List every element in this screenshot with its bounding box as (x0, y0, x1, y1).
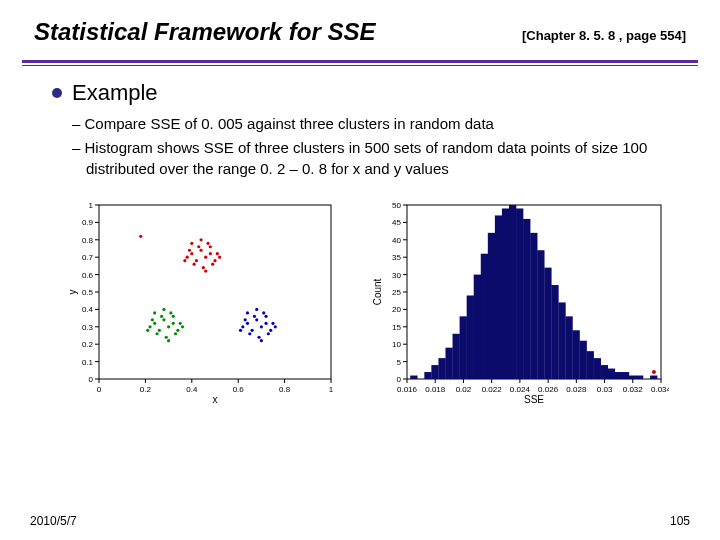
svg-text:30: 30 (392, 270, 401, 279)
svg-rect-157 (516, 208, 523, 379)
svg-point-66 (164, 335, 167, 338)
svg-point-97 (139, 234, 142, 237)
svg-rect-164 (565, 316, 572, 379)
svg-point-76 (171, 315, 174, 318)
svg-rect-173 (628, 375, 635, 378)
svg-point-83 (269, 328, 272, 331)
svg-point-84 (248, 332, 251, 335)
svg-rect-158 (523, 219, 530, 379)
svg-point-92 (273, 325, 276, 328)
svg-point-78 (245, 321, 248, 324)
svg-text:50: 50 (392, 201, 401, 210)
section-heading: Example (72, 80, 158, 106)
svg-text:0.016: 0.016 (396, 385, 417, 394)
svg-rect-161 (544, 267, 551, 378)
svg-text:0.02: 0.02 (455, 385, 471, 394)
svg-text:0.8: 0.8 (279, 385, 291, 394)
svg-point-65 (160, 315, 163, 318)
svg-text:0.4: 0.4 (81, 305, 93, 314)
svg-rect-169 (600, 365, 607, 379)
svg-rect-144 (424, 372, 431, 379)
svg-point-87 (262, 311, 265, 314)
svg-point-80 (255, 318, 258, 321)
svg-text:25: 25 (392, 288, 401, 297)
svg-rect-172 (621, 372, 628, 379)
svg-point-52 (218, 255, 221, 258)
chapter-reference: [Chapter 8. 5. 8 , page 554] (522, 28, 686, 43)
svg-text:0: 0 (88, 375, 93, 384)
svg-point-47 (206, 241, 209, 244)
svg-text:0.2: 0.2 (81, 340, 93, 349)
svg-text:0.5: 0.5 (81, 288, 93, 297)
svg-rect-159 (530, 233, 537, 379)
svg-point-37 (185, 255, 188, 258)
svg-rect-166 (579, 340, 586, 378)
svg-point-38 (190, 252, 193, 255)
svg-text:0.032: 0.032 (622, 385, 643, 394)
svg-rect-154 (494, 215, 501, 379)
svg-point-42 (208, 252, 211, 255)
svg-rect-151 (473, 274, 480, 378)
svg-rect-149 (459, 316, 466, 379)
svg-text:0.034: 0.034 (650, 385, 668, 394)
svg-point-81 (259, 325, 262, 328)
histogram-chart: 0.0160.0180.020.0220.0240.0260.0280.030.… (369, 197, 669, 407)
svg-point-62 (171, 321, 174, 324)
svg-point-79 (250, 328, 253, 331)
footer-page-number: 105 (670, 514, 690, 528)
svg-rect-0 (99, 205, 331, 379)
svg-point-86 (257, 335, 260, 338)
svg-text:1: 1 (88, 201, 93, 210)
svg-point-93 (255, 308, 258, 311)
svg-point-77 (241, 325, 244, 328)
svg-point-72 (180, 325, 183, 328)
svg-point-82 (264, 321, 267, 324)
svg-rect-153 (487, 233, 494, 379)
svg-rect-168 (593, 358, 600, 379)
svg-text:0.8: 0.8 (81, 236, 93, 245)
svg-point-67 (169, 311, 172, 314)
svg-point-49 (215, 252, 218, 255)
svg-point-51 (183, 259, 186, 262)
svg-point-74 (167, 339, 170, 342)
svg-point-60 (162, 318, 165, 321)
svg-rect-156 (508, 205, 515, 379)
svg-point-61 (167, 325, 170, 328)
svg-point-64 (155, 332, 158, 335)
svg-rect-143 (410, 375, 417, 378)
svg-text:0.024: 0.024 (509, 385, 530, 394)
svg-text:SSE: SSE (523, 394, 543, 405)
svg-point-63 (176, 328, 179, 331)
svg-rect-155 (501, 208, 508, 379)
svg-text:0.7: 0.7 (81, 253, 93, 262)
svg-point-96 (264, 315, 267, 318)
svg-point-70 (173, 332, 176, 335)
svg-text:0.03: 0.03 (596, 385, 612, 394)
bullet-item: Compare SSE of 0. 005 against three clus… (52, 114, 680, 134)
svg-point-85 (252, 315, 255, 318)
svg-rect-167 (586, 351, 593, 379)
svg-rect-171 (614, 372, 621, 379)
svg-rect-170 (607, 368, 614, 378)
svg-text:x: x (212, 394, 217, 405)
svg-point-89 (271, 321, 274, 324)
svg-point-176 (651, 370, 655, 374)
svg-text:0.1: 0.1 (81, 357, 93, 366)
svg-point-90 (266, 332, 269, 335)
bullet-icon (52, 88, 62, 98)
svg-point-69 (178, 321, 181, 324)
svg-point-41 (204, 255, 207, 258)
svg-text:0.4: 0.4 (186, 385, 198, 394)
page-title: Statistical Framework for SSE (34, 18, 375, 46)
svg-text:0.6: 0.6 (232, 385, 244, 394)
svg-point-56 (208, 245, 211, 248)
svg-rect-145 (431, 365, 438, 379)
svg-rect-162 (551, 285, 558, 379)
svg-point-48 (187, 248, 190, 251)
svg-point-57 (148, 325, 151, 328)
svg-point-59 (157, 328, 160, 331)
svg-text:0.026: 0.026 (538, 385, 559, 394)
svg-text:0.018: 0.018 (425, 385, 446, 394)
svg-point-73 (162, 308, 165, 311)
svg-text:0: 0 (96, 385, 101, 394)
